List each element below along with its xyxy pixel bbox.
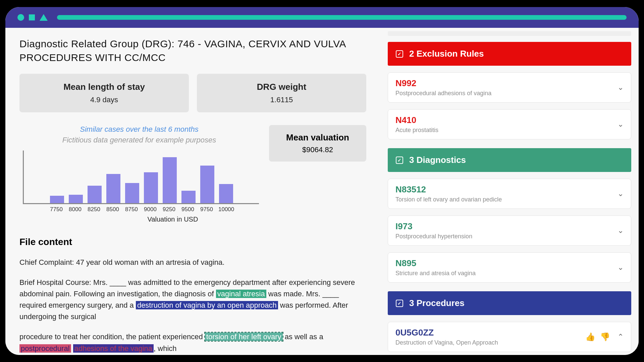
item-desc: Acute prostatitis — [395, 127, 438, 134]
item-code: 0U5G0ZZ — [395, 327, 498, 338]
app-window: Diagnostic Related Group (DRG): 746 - VA… — [3, 5, 641, 357]
chart-xtick: 8500 — [106, 206, 120, 213]
mean-los-label: Mean length of stay — [26, 82, 182, 92]
chart-xtick: 10000 — [218, 206, 232, 213]
diagnostics-title: 3 Diagnostics — [409, 155, 466, 165]
exclusion-rules-header[interactable]: ✓ 2 Exclusion Rules — [388, 42, 631, 66]
chevron-down-icon[interactable]: ⌄ — [618, 83, 624, 92]
drg-weight-card: DRG weight 1.6115 — [197, 74, 366, 112]
course-para-2: procedure to treat her condition, the pa… — [19, 331, 366, 354]
chevron-down-icon[interactable]: ⌄ — [618, 226, 624, 235]
chart-bar — [144, 172, 158, 203]
item-desc: Stricture and atresia of vagina — [395, 270, 476, 277]
chart-xtick: 8250 — [87, 206, 101, 213]
titlebar — [5, 7, 639, 28]
chart-bar — [219, 184, 233, 203]
item-code: N992 — [395, 78, 491, 88]
list-item[interactable]: N895Stricture and atresia of vagina⌄ — [388, 252, 631, 283]
chart-bars — [23, 150, 259, 204]
chart-bar — [181, 191, 196, 203]
viewport: Diagnostic Related Group (DRG): 746 - VA… — [5, 28, 639, 355]
chart-column: Similar cases over the last 6 months Fic… — [19, 125, 259, 223]
chart-bar — [88, 186, 102, 203]
chart-bar — [125, 183, 139, 203]
check-icon: ✓ — [396, 300, 403, 307]
item-code: I973 — [395, 221, 472, 232]
chevron-down-icon[interactable]: ⌄ — [618, 263, 624, 272]
chart-xtick: 8750 — [124, 206, 139, 213]
drg-title: Diagnostic Related Group (DRG): 746 - VA… — [19, 37, 366, 64]
item-desc: Torsion of left ovary and ovarian pedicl… — [395, 196, 502, 203]
item-code: N83512 — [395, 184, 502, 195]
window-control-icons — [17, 14, 48, 21]
chart-bar — [163, 157, 177, 203]
exclusion-rules-title: 2 Exclusion Rules — [409, 49, 484, 59]
panel-strip — [388, 31, 631, 36]
chart-bar — [106, 174, 120, 203]
list-item[interactable]: I973Postprocedural hypertension⌄ — [388, 216, 631, 246]
chart-bar — [69, 195, 83, 203]
highlight-finding: torsion of her left ovary — [205, 333, 283, 341]
chart-subtitle: Fictitious data generated for example pu… — [19, 136, 259, 144]
item-code: N895 — [395, 258, 476, 268]
file-content-body: Chief Complaint: 47 year old woman with … — [19, 257, 366, 354]
chevron-down-icon[interactable]: ⌄ — [618, 189, 624, 198]
list-item[interactable]: 0U5G0ZZDestruction of Vagina, Open Appro… — [388, 322, 631, 352]
chevron-down-icon[interactable]: ⌄ — [618, 120, 624, 129]
chart-area: Similar cases over the last 6 months Fic… — [19, 125, 366, 223]
chart-xtick: 9750 — [200, 206, 214, 213]
thumbs-down-icon[interactable]: 👍 — [600, 332, 610, 342]
highlight-procedure: destruction of vagina by an open approac… — [136, 301, 278, 309]
course-text: , which — [154, 344, 176, 353]
address-bar[interactable] — [57, 15, 627, 20]
chart-title: Similar cases over the last 6 months — [19, 125, 259, 134]
chart-xtick: 9250 — [162, 206, 176, 213]
check-icon: ✓ — [396, 50, 403, 58]
mean-los-value: 4.9 days — [26, 96, 182, 104]
drg-weight-label: DRG weight — [204, 82, 360, 92]
drg-weight-value: 1.6115 — [204, 96, 360, 104]
chart-xticks: 7750800082508500875090009250950097501000… — [23, 206, 259, 213]
chart-xtick: 8000 — [68, 206, 82, 213]
chart-bar — [200, 166, 214, 203]
chevron-up-icon[interactable]: ⌃ — [618, 333, 624, 341]
highlight-diagnosis: vaginal atresia — [216, 290, 266, 298]
circle-icon — [17, 14, 24, 21]
chief-complaint: Chief Complaint: 47 year old woman with … — [19, 257, 366, 268]
list-item[interactable]: N992Postprocedural adhesions of vagina⌄ — [388, 72, 631, 103]
mean-valuation-value: $9064.82 — [275, 145, 360, 154]
list-item[interactable]: N410Acute prostatitis⌄ — [388, 109, 631, 139]
item-desc: Postprocedural adhesions of vagina — [395, 90, 491, 97]
course-text: as well as a — [283, 333, 323, 341]
item-desc: Postprocedural hypertension — [395, 233, 472, 240]
chart-xtick: 9500 — [181, 206, 195, 213]
square-icon — [29, 14, 35, 20]
mean-valuation-card: Mean valuation $9064.82 — [269, 125, 366, 162]
chart-xtick: 7750 — [49, 206, 63, 213]
file-content-heading: File content — [19, 237, 366, 247]
mean-valuation-label: Mean valuation — [275, 132, 360, 143]
highlight-exclusion: postprocedural — [19, 344, 71, 353]
item-desc: Destruction of Vagina, Open Approach — [395, 339, 498, 346]
main-content: Diagnostic Related Group (DRG): 746 - VA… — [5, 28, 380, 355]
item-code: N410 — [395, 115, 438, 125]
thumbs-up-icon[interactable]: 👍 — [585, 332, 595, 342]
list-item[interactable]: N83512Torsion of left ovary and ovarian … — [388, 179, 631, 209]
chart-bar — [50, 196, 64, 203]
procedures-title: 3 Procedures — [409, 298, 465, 308]
chart-xtick: 9000 — [143, 206, 157, 213]
highlight-exclusion: adhesions of the vagina — [73, 344, 154, 353]
diagnostics-header[interactable]: ✓ 3 Diagnostics — [388, 148, 631, 172]
procedures-header[interactable]: ✓ 3 Procedures — [388, 291, 631, 315]
chart-xlabel: Valuation in USD — [87, 216, 259, 223]
check-icon: ✓ — [396, 157, 403, 164]
mean-los-card: Mean length of stay 4.9 days — [19, 74, 189, 112]
triangle-icon — [40, 14, 48, 21]
side-panel: ✓ 2 Exclusion Rules N992Postprocedural a… — [380, 28, 639, 355]
course-text: procedure to treat her condition, the pa… — [19, 333, 205, 341]
stat-cards-row: Mean length of stay 4.9 days DRG weight … — [19, 74, 366, 112]
course-para-1: Brief Hospital Course: Mrs. ____ was adm… — [19, 277, 366, 322]
